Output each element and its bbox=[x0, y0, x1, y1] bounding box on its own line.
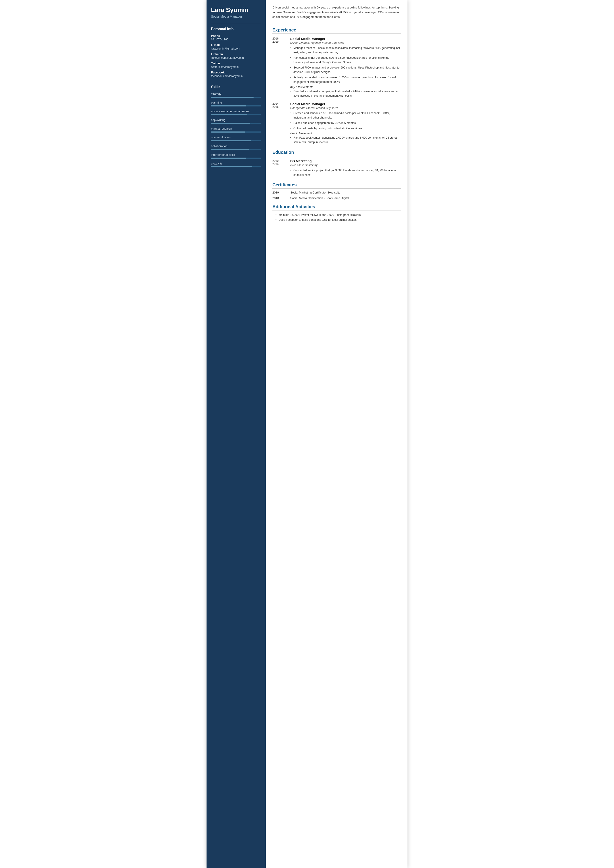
skill-bar-fill bbox=[211, 97, 254, 98]
skill-bar-bg bbox=[211, 114, 261, 115]
facebook-value: facebook.com/larasyomin bbox=[211, 74, 261, 78]
edu-bullets: Conducted senior project that got 3,000 … bbox=[290, 168, 401, 177]
exp-entry-2: 2014 - 2016 Social Media Manager Chargep… bbox=[272, 102, 401, 145]
cert-name-2: Social Media Certification - Boot Camp D… bbox=[290, 197, 401, 200]
additional-title: Additional Activities bbox=[272, 204, 401, 211]
skill-bar-bg bbox=[211, 132, 261, 133]
edu-institution: Iowa State University bbox=[290, 163, 401, 167]
experience-title: Experience bbox=[272, 28, 401, 34]
skill-bar-bg bbox=[211, 105, 261, 107]
edu-details-1: BS Marketing Iowa State University Condu… bbox=[290, 159, 401, 178]
certificates-title: Certificates bbox=[272, 182, 401, 189]
list-item: Used Facebook to raise donations 22% for… bbox=[276, 218, 401, 222]
skill-bar-bg bbox=[211, 158, 261, 159]
personal-info-title: Personal Info bbox=[211, 27, 261, 31]
skill-bar-fill bbox=[211, 105, 246, 107]
additional-activities-section: Additional Activities Maintain 15,000+ T… bbox=[272, 204, 401, 222]
skill-name: copywriting bbox=[211, 118, 261, 122]
skill-bar-bg bbox=[211, 97, 261, 98]
skill-collaboration: collaboration bbox=[211, 144, 261, 150]
edu-dates-1: 2010 - 2014 bbox=[272, 159, 290, 178]
twitter-label: Twitter bbox=[211, 62, 261, 65]
list-item: Sourced 700+ images and wrote over 500 c… bbox=[290, 65, 401, 74]
list-item: Ran Facebook contest generating 2,000+ s… bbox=[290, 135, 401, 144]
exp-company-2: Chargepath Stores, Mason City, Iowa bbox=[290, 106, 401, 110]
certificates-section: Certificates 2019 Social Marketing Certi… bbox=[272, 182, 401, 200]
skill-bar-bg bbox=[211, 149, 261, 150]
skills-section: Skills strategy planning social campaign… bbox=[211, 85, 261, 167]
summary-text: Driven social media manager with 5+ year… bbox=[272, 5, 401, 23]
cert-entry-2: 2018 Social Media Certification - Boot C… bbox=[272, 197, 401, 200]
list-item: Raised audience engagement by 30% in 6 m… bbox=[290, 121, 401, 125]
skills-title: Skills bbox=[211, 85, 261, 89]
linkedin-label: LinkedIn bbox=[211, 53, 261, 56]
skill-bar-fill bbox=[211, 123, 250, 124]
list-item: Ran contests that generated 500 to 3,500… bbox=[290, 56, 401, 65]
cert-entry-1: 2019 Social Marketing Certificate - Hoot… bbox=[272, 191, 401, 194]
exp-bullets-1: Managed team of 3 social media associate… bbox=[290, 46, 401, 84]
skill-bar-fill bbox=[211, 114, 247, 115]
candidate-name: Lara Syomin bbox=[211, 6, 261, 14]
list-item: Created and scheduled 50+ social media p… bbox=[290, 111, 401, 120]
skill-name: planning bbox=[211, 101, 261, 104]
skill-bar-fill bbox=[211, 140, 251, 141]
skill-interpersonal: interpersonal skills bbox=[211, 153, 261, 159]
experience-section: Experience 2016 - 2019 Social Media Mana… bbox=[272, 28, 401, 145]
list-item: Actively responded to and answered 1,000… bbox=[290, 75, 401, 84]
key-achievement-label-1: Key Achievement: bbox=[290, 85, 401, 88]
skill-bar-fill bbox=[211, 166, 252, 167]
personal-info-section: Personal Info Phone 641-670-1165 E-mail … bbox=[211, 27, 261, 78]
skill-bar-fill bbox=[211, 149, 249, 150]
skill-strategy: strategy bbox=[211, 92, 261, 98]
exp-details-1: Social Media Manager Million Eyeballs Ag… bbox=[290, 37, 401, 99]
sidebar: Lara Syomin Social Media Manager Persona… bbox=[206, 0, 266, 868]
education-title: Education bbox=[272, 150, 401, 156]
main-content: Driven social media manager with 5+ year… bbox=[266, 0, 408, 868]
skill-market-research: market research bbox=[211, 127, 261, 133]
skill-name: strategy bbox=[211, 92, 261, 96]
skill-social-campaign: social campaign management bbox=[211, 110, 261, 115]
skill-name: interpersonal skills bbox=[211, 153, 261, 157]
twitter-value: twitter.com/larasyomin bbox=[211, 65, 261, 68]
skill-communication: communication bbox=[211, 136, 261, 141]
exp-job-title-1: Social Media Manager bbox=[290, 37, 401, 40]
skill-bar-bg bbox=[211, 123, 261, 124]
edu-entry-1: 2010 - 2014 BS Marketing Iowa State Univ… bbox=[272, 159, 401, 178]
candidate-job-title: Social Media Manager bbox=[211, 15, 261, 18]
skill-copywriting: copywriting bbox=[211, 118, 261, 124]
skill-bar-fill bbox=[211, 158, 246, 159]
list-item: Maintain 15,000+ Twitter followers and 7… bbox=[276, 213, 401, 217]
list-item: Conducted senior project that got 3,000 … bbox=[290, 168, 401, 177]
cert-name-1: Social Marketing Certificate - Hootsuite bbox=[290, 191, 401, 194]
skill-bar-bg bbox=[211, 140, 261, 141]
exp-company-1: Million Eyeballs Agency, Mason City, Iow… bbox=[290, 41, 401, 44]
facebook-label: Facebook bbox=[211, 71, 261, 74]
email-value: larasyomin@gmail.com bbox=[211, 47, 261, 50]
exp-key-bullets-2: Ran Facebook contest generating 2,000+ s… bbox=[290, 135, 401, 144]
list-item: Optimized posts by testing out content a… bbox=[290, 126, 401, 130]
exp-key-bullets-1: Directed social media campaigns that cre… bbox=[290, 89, 401, 98]
skill-bar-fill bbox=[211, 132, 245, 133]
exp-dates-1: 2016 - 2019 bbox=[272, 37, 290, 99]
linkedin-value: linkedin.com/in/larasyomin bbox=[211, 56, 261, 59]
list-item: Managed team of 3 social media associate… bbox=[290, 46, 401, 55]
skill-planning: planning bbox=[211, 101, 261, 107]
skill-name: market research bbox=[211, 127, 261, 130]
additional-bullets: Maintain 15,000+ Twitter followers and 7… bbox=[272, 213, 401, 222]
skill-name: social campaign management bbox=[211, 110, 261, 113]
exp-bullets-2: Created and scheduled 50+ social media p… bbox=[290, 111, 401, 130]
cert-year-1: 2019 bbox=[272, 191, 290, 194]
exp-dates-2: 2014 - 2016 bbox=[272, 102, 290, 145]
cert-year-2: 2018 bbox=[272, 197, 290, 200]
education-section: Education 2010 - 2014 BS Marketing Iowa … bbox=[272, 150, 401, 178]
name-block: Lara Syomin Social Media Manager bbox=[211, 6, 261, 18]
skill-name: creativity bbox=[211, 162, 261, 165]
exp-details-2: Social Media Manager Chargepath Stores, … bbox=[290, 102, 401, 145]
edu-degree: BS Marketing bbox=[290, 159, 401, 163]
exp-job-title-2: Social Media Manager bbox=[290, 102, 401, 106]
resume-container: Lara Syomin Social Media Manager Persona… bbox=[206, 0, 408, 868]
skill-name: communication bbox=[211, 136, 261, 139]
skill-creativity: creativity bbox=[211, 162, 261, 167]
exp-entry-1: 2016 - 2019 Social Media Manager Million… bbox=[272, 37, 401, 99]
skill-bar-bg bbox=[211, 166, 261, 167]
